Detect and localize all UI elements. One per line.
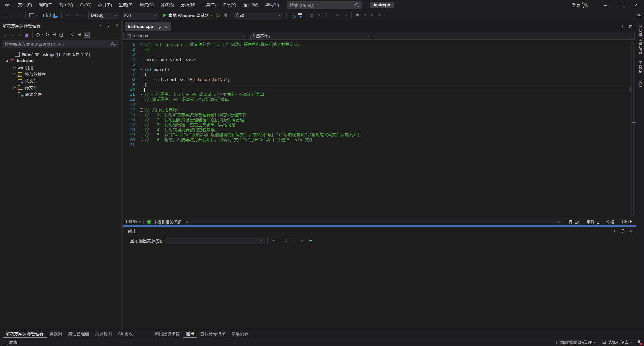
code-line-1[interactable]: 1// testrepo.cpp : 此文件包含 "main" 函数。程序执行将… <box>123 42 631 47</box>
type-scope-combo[interactable]: (全局范围) ▾ <box>248 32 372 40</box>
redo-dropdown-icon[interactable]: ▾ <box>81 14 82 17</box>
selection-icon[interactable] <box>316 12 322 18</box>
code-line-11[interactable]: 11// 运行程序: Ctrl + F5 或调试 >“开始执行(不调试)”菜单 <box>123 92 631 97</box>
find-in-files-icon[interactable] <box>289 12 296 18</box>
tree-item[interactable]: 资源文件 <box>0 91 121 97</box>
show-all-files-icon[interactable] <box>58 32 64 38</box>
navigate-back-icon[interactable] <box>7 12 13 18</box>
code-line-17[interactable]: 17// 3. 使用输出窗口查看生成输出和其他消息 <box>123 122 631 127</box>
account-icon[interactable]: + <box>582 2 588 8</box>
column-indicator[interactable]: 字符: 1 <box>583 219 602 225</box>
dock-tab-bottom-2[interactable]: 查找符号结果 <box>197 330 228 338</box>
search-options-chevron-icon[interactable]: ▾ <box>115 43 116 46</box>
decrease-indent-icon[interactable] <box>335 12 341 18</box>
close-tab-icon[interactable] <box>163 24 168 29</box>
previous-message-icon[interactable] <box>283 237 289 244</box>
code-line-3[interactable]: 3 <box>123 52 631 57</box>
close-window-button[interactable] <box>629 0 644 10</box>
preview-selected-items-icon[interactable] <box>84 32 90 38</box>
jump-to-message-icon[interactable] <box>271 237 277 244</box>
dock-tab-bottom-1[interactable]: 输出 <box>183 330 197 338</box>
close-panel-icon[interactable] <box>114 23 119 28</box>
pin-icon[interactable] <box>106 23 111 28</box>
global-search-box[interactable]: 搜索 (Ctrl+Q) <box>287 1 362 9</box>
window-layout-icon[interactable] <box>628 24 633 29</box>
dock-tab-left-4[interactable]: Git 更改 <box>115 330 136 338</box>
filter-dropdown-icon[interactable]: ▾ <box>42 33 43 36</box>
member-scope-combo[interactable]: ▾ <box>373 32 635 40</box>
toggle-bookmark-icon[interactable] <box>354 12 360 18</box>
clear-bookmarks-icon[interactable] <box>376 12 382 18</box>
save-all-icon[interactable] <box>53 12 59 18</box>
vertical-scrollbar[interactable]: ▴ ▾ <box>631 41 636 218</box>
project-scope-combo[interactable]: testrepo ▾ <box>123 32 247 40</box>
new-project-icon[interactable] <box>29 12 35 18</box>
hot-reload-mode-combo[interactable]: 自动▾ <box>233 12 283 19</box>
code-editor[interactable]: 1// testrepo.cpp : 此文件包含 "main" 函数。程序执行将… <box>123 41 631 218</box>
tree-forward-icon[interactable] <box>10 32 15 38</box>
twisty-expanded-icon[interactable] <box>4 59 9 62</box>
feedback-icon[interactable] <box>636 12 642 18</box>
code-metrics-icon[interactable] <box>309 12 315 18</box>
restore-button[interactable] <box>613 0 629 10</box>
menu-item-7[interactable]: 测试(S) <box>157 0 178 10</box>
window-position-chevron-icon[interactable] <box>98 23 103 28</box>
tree-item[interactable]: 外部依赖项 <box>0 71 121 77</box>
sign-in-button[interactable]: 登录 <box>572 2 580 8</box>
hot-reload-dropdown-icon[interactable]: ▾ <box>230 14 231 17</box>
solution-configuration-combo[interactable]: Debug▾ <box>88 12 119 19</box>
dock-tab-bottom-3[interactable]: 错误列表 <box>228 330 251 338</box>
tab-testrepo-cpp[interactable]: testrepo.cpp <box>125 22 171 31</box>
code-line-8[interactable]: 8 std::cout << "Hello World!\n"; <box>123 77 631 82</box>
open-documents-dropdown-icon[interactable] <box>620 24 625 29</box>
toolbar-overflow-icon[interactable]: ▾ <box>383 14 385 17</box>
code-line-19[interactable]: 19// 5. 转到“项目”>“添加新项”以创建新的代码文件，或转到“项目”>“… <box>123 132 631 137</box>
dock-tab-left-2[interactable]: 属性管理器 <box>65 330 92 338</box>
tree-item[interactable]: 引用 <box>0 64 121 71</box>
close-panel-icon[interactable] <box>628 228 633 234</box>
add-to-source-control-button[interactable]: 添加到源代码管理 ▴ <box>552 338 599 346</box>
menu-item-10[interactable]: 扩展(X) <box>219 0 240 10</box>
menu-item-12[interactable]: 帮助(H) <box>262 0 282 10</box>
menu-item-9[interactable]: 工具(T) <box>199 0 219 10</box>
menu-item-4[interactable]: 项目(P) <box>95 0 115 10</box>
autohide-tab-0[interactable]: 测试资源管理器 <box>637 25 643 54</box>
hot-reload-icon[interactable] <box>223 12 229 18</box>
code-line-13[interactable]: 13 <box>123 102 631 107</box>
menu-item-0[interactable]: 文件(F) <box>15 0 35 10</box>
code-line-6[interactable]: 6int main() <box>123 67 631 72</box>
next-message-icon[interactable] <box>291 237 297 244</box>
start-without-debugging-icon[interactable] <box>215 12 221 18</box>
menu-item-1[interactable]: 编辑(E) <box>35 0 56 10</box>
menu-item-2[interactable]: 视图(V) <box>56 0 77 10</box>
code-line-2[interactable]: 2// <box>123 47 631 52</box>
previous-bookmark-icon[interactable] <box>362 12 368 18</box>
code-line-21[interactable]: 21 <box>123 142 631 147</box>
code-line-4[interactable]: 4 #include <iostream> <box>123 57 631 62</box>
document-health-indicator[interactable]: 未找到相关问题 <box>147 219 181 225</box>
menu-item-11[interactable]: 窗口(W) <box>240 0 262 10</box>
view-code-icon[interactable] <box>70 32 75 38</box>
code-line-20[interactable]: 20// 6. 将来，若要再次打开此项目，请转到“文件”>“打开”>“项目”并选… <box>123 137 631 142</box>
output-source-combo[interactable]: ▾ <box>165 237 265 244</box>
twisty-collapsed-icon[interactable] <box>12 86 17 89</box>
space-mode-indicator[interactable]: 空格 <box>603 219 618 225</box>
undo-icon[interactable] <box>64 12 70 18</box>
save-icon[interactable] <box>45 12 51 18</box>
window-position-chevron-icon[interactable] <box>612 228 617 234</box>
dock-tab-bottom-0[interactable]: 调用层次结构 <box>152 330 183 338</box>
code-line-18[interactable]: 18// 4. 使用错误列表窗口查看错误 <box>123 127 631 132</box>
menu-item-5[interactable]: 生成(B) <box>115 0 136 10</box>
solution-platform-combo[interactable]: x64▾ <box>122 12 159 19</box>
menu-item-8[interactable]: 分析(N) <box>178 0 199 10</box>
tree-item[interactable]: 头文件 <box>0 77 121 84</box>
menu-item-3[interactable]: Git(G) <box>76 0 95 10</box>
tree-back-icon[interactable] <box>3 32 8 38</box>
start-debugging-button[interactable]: 本地 Windows 调试器 ▾ <box>161 11 215 19</box>
dock-tab-left-1[interactable]: 类视图 <box>47 330 65 338</box>
undo-dropdown-icon[interactable]: ▾ <box>71 14 73 17</box>
switch-views-icon[interactable] <box>24 32 30 38</box>
code-line-12[interactable]: 12// 调试程序: F5 或调试 >“开始调试”菜单 <box>123 97 631 102</box>
eol-indicator[interactable]: CRLF <box>618 219 636 224</box>
background-tasks-icon[interactable] <box>3 340 6 345</box>
